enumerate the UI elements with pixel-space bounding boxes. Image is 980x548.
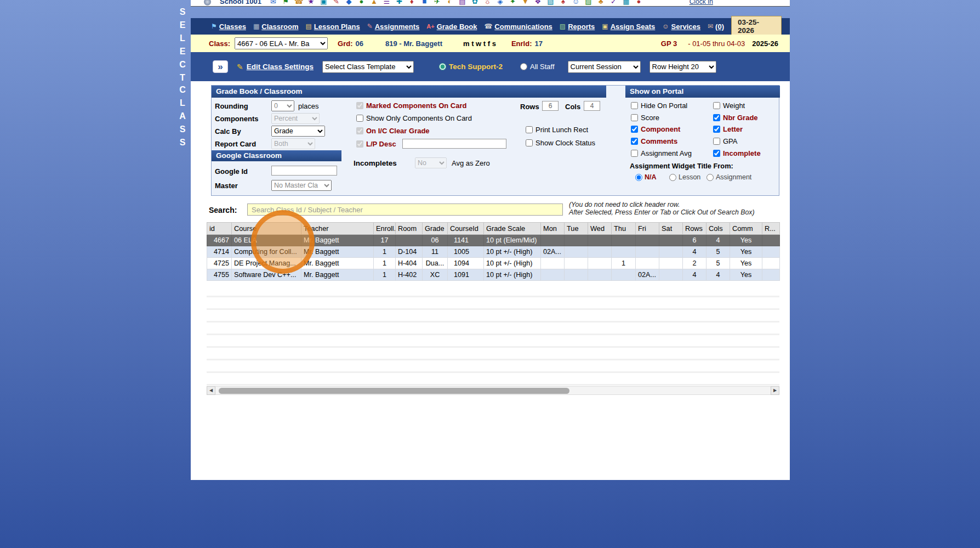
rounding-select[interactable]: 0	[271, 100, 294, 111]
col-wed[interactable]: Wed	[588, 223, 612, 235]
quick-launch-icon[interactable]: ☼	[483, 0, 492, 5]
component-field[interactable]: Component	[631, 125, 680, 133]
scrollbar-thumb[interactable]	[219, 388, 569, 394]
hide-on-portal-field[interactable]: Hide On Portal	[631, 101, 687, 110]
print-lunch-field[interactable]: Print Lunch Rect	[526, 126, 588, 134]
quick-launch-icon[interactable]: ■	[420, 0, 429, 5]
nav-reports[interactable]: ▨ Reports	[560, 22, 595, 31]
col-enroll[interactable]: Enroll...	[374, 223, 396, 235]
quick-launch-icon[interactable]: ✦	[509, 0, 517, 5]
table-row-selected[interactable]: 4667 06 ELA Mr. Baggett 17 06 1141 10 pt…	[207, 235, 780, 246]
nav-communications[interactable]: ☎ Communications	[484, 22, 552, 31]
tech-support-radio[interactable]	[439, 63, 446, 70]
col-id[interactable]: id	[207, 223, 232, 235]
clock-status-checkbox[interactable]	[526, 139, 533, 146]
master-select[interactable]: No Master Cla	[271, 180, 332, 191]
nav-classes[interactable]: ⚑ Classes	[211, 22, 246, 31]
score-field[interactable]: Score	[631, 114, 659, 122]
all-staff-option[interactable]: All Staff	[520, 63, 555, 71]
widget-title-na-radio[interactable]	[635, 174, 642, 181]
nbr-grade-checkbox[interactable]	[713, 114, 720, 121]
table-row[interactable]: 4714 Computing for Coll... Mr. Baggett 1…	[207, 246, 780, 258]
nbr-grade-field[interactable]: Nbr Grade	[713, 114, 758, 122]
quick-launch-icon[interactable]: ▧	[546, 0, 555, 5]
quick-launch-icon[interactable]: ●	[357, 0, 366, 5]
letter-checkbox[interactable]	[713, 126, 720, 133]
col-course[interactable]: Course	[232, 223, 301, 235]
weight-field[interactable]: Weight	[713, 101, 745, 110]
quick-launch-icon[interactable]: ▦	[622, 0, 630, 5]
nav-assignments[interactable]: ✎ Assignments	[367, 22, 420, 31]
quick-launch-icon[interactable]: ☰	[383, 0, 391, 5]
class-select[interactable]: 4667 - 06 ELA - Mr. Ba	[235, 37, 328, 49]
score-checkbox[interactable]	[631, 114, 638, 121]
col-teacher[interactable]: Teacher	[301, 223, 374, 235]
widget-title-assignment-radio[interactable]	[706, 174, 714, 181]
quick-launch-icon[interactable]: ✿	[471, 0, 479, 5]
widget-title-lesson-radio[interactable]	[669, 174, 676, 181]
quick-launch-icon[interactable]: ✚	[395, 0, 403, 5]
tech-support-option[interactable]: Tech Support-2	[439, 63, 503, 71]
session-select[interactable]: Current Session	[568, 61, 641, 73]
quick-launch-icon[interactable]: ▼	[521, 0, 529, 5]
quick-launch-icon[interactable]: ♣	[597, 0, 605, 5]
nav-assign-seats[interactable]: ▣ Assign Seats	[602, 22, 655, 31]
cols-input[interactable]	[584, 101, 600, 111]
nav-services[interactable]: ☺ Services	[662, 22, 700, 31]
nav-lesson-plans[interactable]: ▤ Lesson Plans	[305, 22, 360, 31]
quick-launch-icon[interactable]: ✎	[332, 0, 340, 5]
widget-title-lesson-option[interactable]: Lesson	[669, 173, 700, 181]
table-row[interactable]: 4755 Software Dev C++... Mr. Baggett 1 H…	[207, 269, 780, 281]
quick-launch-icon[interactable]: ✉	[269, 0, 277, 5]
nav-chat[interactable]: ✉ (0)	[708, 22, 724, 31]
scroll-right-button[interactable]: ▶	[771, 386, 779, 395]
comments-field[interactable]: Comments	[631, 137, 677, 145]
date-display[interactable]: 03-25-2026	[731, 16, 782, 37]
col-room[interactable]: Room	[396, 223, 423, 235]
incomplete-field[interactable]: Incomplete	[713, 149, 761, 157]
quick-launch-icon[interactable]: ▨	[584, 0, 592, 5]
rows-input[interactable]	[542, 101, 559, 111]
assignment-avg-checkbox[interactable]	[631, 150, 638, 157]
widget-title-assignment-option[interactable]: Assignment	[706, 173, 751, 181]
print-lunch-checkbox[interactable]	[526, 126, 533, 133]
quick-launch-icon[interactable]: ◈	[496, 0, 504, 5]
row-height-select[interactable]: Row Height 20	[649, 61, 716, 73]
col-fri[interactable]: Fri	[636, 223, 659, 235]
clock-status-field[interactable]: Show Clock Status	[526, 139, 595, 147]
col-courseid[interactable]: CourseId	[448, 223, 484, 235]
quick-launch-icon[interactable]: ☎	[294, 0, 303, 5]
quick-launch-icon[interactable]: ♠	[559, 0, 567, 5]
table-row[interactable]: 4725 DE Project Manag... Mr. Baggett 1 H…	[207, 258, 780, 269]
col-sat[interactable]: Sat	[659, 223, 683, 235]
quick-launch-icon[interactable]: ▲	[370, 0, 378, 5]
component-checkbox[interactable]	[631, 126, 638, 133]
quick-launch-icon[interactable]: ▤	[458, 0, 466, 5]
quick-launch-icon[interactable]: ▣	[320, 0, 328, 5]
incomplete-checkbox[interactable]	[713, 150, 720, 157]
quick-launch-icon[interactable]: ✈	[433, 0, 441, 5]
quick-launch-icon[interactable]: ✓	[609, 0, 618, 5]
gpa-field[interactable]: GPA	[713, 137, 738, 145]
clock-in-link[interactable]: Clock In	[690, 0, 713, 5]
col-rows[interactable]: Rows	[683, 223, 706, 235]
lp-desc-input[interactable]	[402, 139, 506, 149]
col-r[interactable]: R...	[762, 223, 780, 235]
quick-launch-icon[interactable]: ◐	[446, 0, 454, 5]
hide-on-portal-checkbox[interactable]	[631, 102, 638, 109]
search-input[interactable]	[247, 204, 563, 216]
google-id-input[interactable]	[271, 166, 337, 176]
quick-launch-icon[interactable]: ☺	[572, 0, 580, 5]
col-mon[interactable]: Mon	[541, 223, 565, 235]
quick-launch-icon[interactable]: ●	[635, 0, 643, 5]
col-tue[interactable]: Tue	[565, 223, 588, 235]
comments-checkbox[interactable]	[631, 138, 638, 145]
gpa-checkbox[interactable]	[713, 138, 720, 145]
nav-classroom[interactable]: ▦ Classroom	[253, 22, 299, 31]
class-template-select[interactable]: Select Class Template	[322, 61, 414, 73]
expand-button[interactable]: »	[213, 60, 228, 73]
edit-class-settings-link[interactable]: ✎ Edit Class Settings	[237, 63, 314, 71]
scrollbar-track[interactable]	[215, 386, 771, 395]
letter-field[interactable]: Letter	[713, 125, 743, 133]
quick-launch-icon[interactable]: ♦	[408, 0, 416, 5]
